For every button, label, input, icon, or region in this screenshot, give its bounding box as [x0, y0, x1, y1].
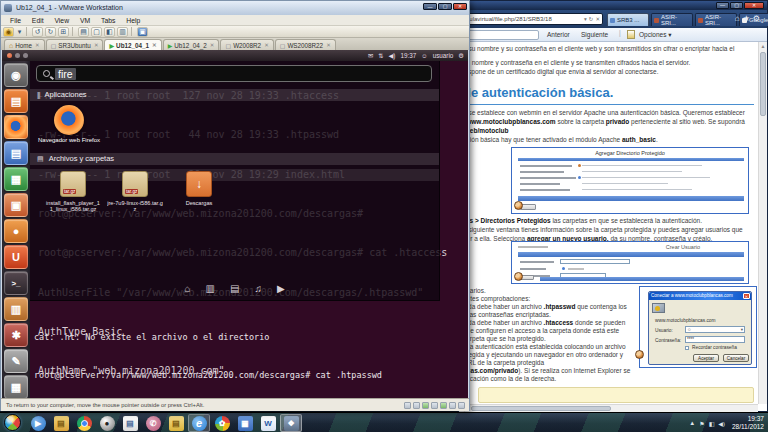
- address-bar[interactable]: aulavirtual/file.php/281/SRB3/18 ▾ ↻ ✕: [463, 13, 603, 25]
- vmware-maximize-button[interactable]: ▢: [438, 3, 452, 10]
- start-button[interactable]: [4, 414, 21, 431]
- ie-titlebar[interactable]: — ▢ ✕: [459, 1, 767, 10]
- hdd-device-icon[interactable]: [404, 402, 411, 409]
- power-button[interactable]: ◉: [3, 27, 14, 37]
- messages-icon[interactable]: ✉: [368, 52, 373, 59]
- action-center-icon[interactable]: ⚑: [699, 420, 704, 427]
- browser-tab-srb3[interactable]: SRB3 ...: [607, 13, 649, 26]
- unity-view-button[interactable]: ▢: [91, 27, 102, 37]
- find-input[interactable]: [463, 30, 539, 40]
- music-lens-icon[interactable]: ♫: [254, 283, 262, 294]
- network-tray-icon[interactable]: ◧: [709, 420, 715, 427]
- ie-close-button[interactable]: ✕: [744, 2, 764, 9]
- power-dropdown-icon[interactable]: ▾: [16, 27, 23, 37]
- scroll-thumb[interactable]: [760, 52, 766, 116]
- taskbar-icon-internet-explorer[interactable]: e: [188, 414, 210, 432]
- console-view-button[interactable]: ▤: [78, 27, 89, 37]
- find-next-button[interactable]: Siguiente: [581, 31, 608, 38]
- highlight-icon[interactable]: [627, 30, 635, 39]
- sound-device-icon[interactable]: [440, 402, 447, 409]
- taskbar-icon-chrome[interactable]: [73, 414, 95, 432]
- session-gear-icon[interactable]: ⚙: [458, 52, 464, 59]
- taskbar-icon-photo-app[interactable]: ✿: [211, 414, 233, 432]
- device-indicators[interactable]: [402, 401, 465, 414]
- menu-tabs[interactable]: Tabs: [101, 17, 115, 24]
- menu-edit[interactable]: Edit: [32, 17, 44, 24]
- home-lens-icon[interactable]: ⌂: [184, 283, 190, 294]
- vmware-titlebar[interactable]: Ub12_04_1 - VMware Workstation — ▢ ✕: [1, 1, 469, 15]
- package-manager-icon[interactable]: ▥: [4, 297, 28, 321]
- files-icon[interactable]: ▤: [4, 89, 28, 113]
- show-hidden-icons[interactable]: ▲: [689, 420, 695, 426]
- video-lens-icon[interactable]: ▶: [277, 283, 285, 294]
- scroll-thumb[interactable]: [471, 406, 611, 411]
- dash-section-files[interactable]: ▤Archivos y carpetas: [30, 153, 439, 165]
- terminal[interactable]: cat: .ht: No existe el archivo o el dire…: [34, 306, 382, 398]
- taskbar-icon-documents-folder[interactable]: ▤: [165, 414, 187, 432]
- fullscreen-view-button[interactable]: ◧: [104, 27, 115, 37]
- find-options-button[interactable]: Opciones ▾: [639, 31, 672, 39]
- vmware-close-button[interactable]: ✕: [453, 3, 467, 10]
- usb-device-icon[interactable]: [431, 402, 438, 409]
- find-previous-button[interactable]: Anterior: [547, 31, 570, 38]
- horizontal-scrollbar[interactable]: ◀: [459, 404, 758, 412]
- system-tray[interactable]: ▲ ⚑ ◧ ◀) 19:3728/11/2012: [689, 414, 766, 432]
- menu-help[interactable]: Help: [126, 17, 140, 24]
- vm-tab-ub12-04-1[interactable]: ▶Ub12_04_1✕: [104, 39, 161, 50]
- network-icon[interactable]: ⇅: [378, 52, 383, 59]
- browser-tab-asir-sri-2[interactable]: ASIR-SRI...: [695, 13, 737, 26]
- text-editor-icon[interactable]: ✎: [4, 349, 28, 373]
- scroll-up-arrow[interactable]: ▲: [759, 42, 767, 50]
- refresh-icon[interactable]: ↻: [589, 14, 594, 24]
- window-close-icon[interactable]: [7, 53, 12, 58]
- file-result-flashplayer[interactable]: tar.gz: [60, 171, 86, 197]
- ie-minimize-button[interactable]: —: [716, 2, 729, 9]
- applications-lens-icon[interactable]: ▥: [205, 283, 214, 294]
- network-device-icon[interactable]: [422, 402, 429, 409]
- vmware-minimize-button[interactable]: —: [423, 3, 437, 10]
- folder-result-descargas[interactable]: ↓: [186, 171, 212, 197]
- panel-clock[interactable]: 19:37: [400, 52, 416, 59]
- terminal-icon[interactable]: >_: [4, 271, 28, 295]
- vm-tab-sr3ubuntu[interactable]: ▢SR3Ubuntu✕: [46, 39, 104, 50]
- vm-display[interactable]: -rw-r--r-- 1 root root 127 nov 28 19:33 …: [2, 50, 468, 398]
- session-user-menu[interactable]: usuario: [433, 52, 454, 59]
- software-center-icon[interactable]: ●: [4, 219, 28, 243]
- display-device-icon[interactable]: [458, 402, 465, 409]
- file-result-jre[interactable]: tar.gz: [122, 171, 148, 197]
- workspace-switcher-icon[interactable]: ▦: [4, 375, 28, 398]
- taskbar-icon-communicator[interactable]: ✆: [142, 414, 164, 432]
- settings-gear-icon[interactable]: ⚙: [753, 14, 763, 23]
- libreoffice-calc-icon[interactable]: ▦: [4, 167, 28, 191]
- tray-clock[interactable]: 19:3728/11/2012: [732, 415, 764, 431]
- taskbar-icon-document-viewer[interactable]: ▤: [119, 414, 141, 432]
- files-lens-icon[interactable]: ▤: [230, 283, 239, 294]
- vm-tab-ub12-04-2[interactable]: ▶Ub12_04_2✕: [163, 39, 220, 50]
- taskbar-icon-word[interactable]: W: [257, 414, 279, 432]
- vm-tab-home[interactable]: ⌂Home✕: [4, 39, 45, 50]
- taskbar-icon-videos-folder[interactable]: ▤: [50, 414, 72, 432]
- snapshot-take-button[interactable]: ↺: [32, 27, 43, 37]
- dash-section-applications[interactable]: |||Aplicaciones: [30, 89, 439, 101]
- menu-file[interactable]: File: [10, 17, 21, 24]
- search-dropdown-icon[interactable]: ▾: [584, 14, 587, 24]
- firefox-result-label[interactable]: Navegador web Firefox: [34, 137, 104, 144]
- libreoffice-writer-icon[interactable]: ▤: [4, 141, 28, 165]
- stop-icon[interactable]: ✕: [595, 14, 600, 24]
- browser-tab-asir-sri-1[interactable]: ASIR-SRI...: [651, 13, 693, 26]
- ie-maximize-button[interactable]: ▢: [730, 2, 743, 9]
- taskbar-icon-football-game[interactable]: ●: [96, 414, 118, 432]
- dash-search-input[interactable]: fire: [36, 65, 432, 82]
- menu-vm[interactable]: VM: [80, 17, 90, 24]
- system-settings-icon[interactable]: ✱: [4, 323, 28, 347]
- vm-tab-w2008r2[interactable]: ▢W2008R2✕: [220, 39, 273, 50]
- window-minimize-icon[interactable]: [15, 53, 20, 58]
- ubuntu-one-icon[interactable]: U: [4, 245, 28, 269]
- taskbar-icon-vmware-workstation[interactable]: ❖: [280, 414, 302, 432]
- volume-tray-icon[interactable]: ◀): [718, 420, 725, 427]
- home-icon[interactable]: ⌂: [735, 14, 743, 23]
- firefox-result-icon[interactable]: [54, 105, 84, 135]
- vertical-scrollbar[interactable]: ▲: [758, 42, 767, 404]
- firefox-icon[interactable]: [4, 115, 28, 139]
- libreoffice-impress-icon[interactable]: ▣: [4, 193, 28, 217]
